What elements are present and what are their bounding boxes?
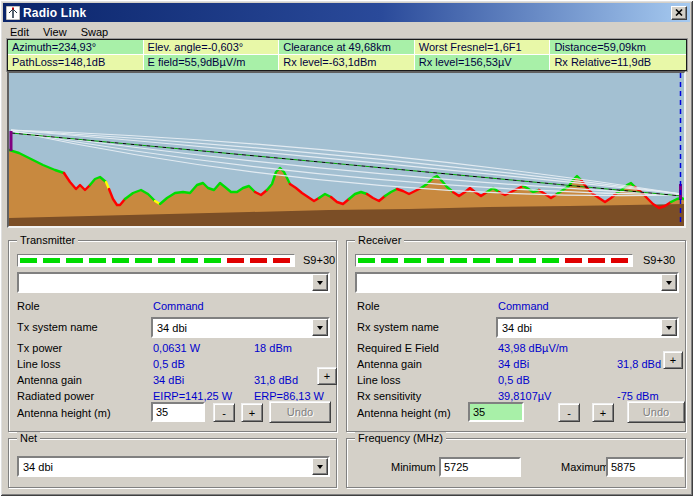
rx-undo-button[interactable]: Undo: [627, 401, 685, 423]
status-azimuth: Azimuth=234,93°: [8, 40, 144, 55]
tx-role-value: Command: [153, 300, 204, 312]
smeter-dash: [135, 258, 152, 263]
smeter-dash: [43, 258, 60, 263]
status-rx-relative: Rx Relative=11,9dB: [550, 55, 686, 70]
frequency-minimum-label: Minimum: [391, 461, 436, 473]
rx-line-loss-value: 0,5 dB: [498, 374, 530, 386]
status-elev-angle: Elev. angle=-0,603°: [144, 40, 280, 55]
tx-line-loss-value: 0,5 dB: [153, 358, 185, 370]
app-icon: [6, 6, 20, 20]
menu-bar: Edit View Swap: [3, 23, 690, 40]
title-bar: Radio Link: [3, 3, 690, 22]
smeter-dash: [565, 258, 582, 263]
rx-role-value: Command: [498, 300, 549, 312]
transmitter-group: Transmitter S9+30 Role Command Tx system…: [8, 240, 337, 432]
smeter-dash: [381, 258, 398, 263]
status-rx-level-dbm: Rx level=-63,1dBm: [279, 55, 415, 70]
tx-height-minus-button[interactable]: -: [213, 403, 235, 422]
close-button[interactable]: [671, 6, 687, 20]
chevron-down-icon: [317, 281, 323, 285]
transmitter-group-label: Transmitter: [17, 234, 78, 246]
tx-system-combo-value: 34 dbi: [157, 321, 187, 335]
smeter-dash: [519, 258, 536, 263]
smeter-dash: [66, 258, 83, 263]
status-clearance: Clearance at 49,68km: [279, 40, 415, 55]
tx-unit-combo[interactable]: [17, 272, 330, 293]
net-combo-dropdown-button[interactable]: [312, 458, 328, 475]
tx-system-combo-dropdown-button[interactable]: [312, 319, 328, 336]
rx-antenna-gain-plus-button[interactable]: +: [663, 351, 683, 369]
smeter-dash: [204, 258, 221, 263]
tx-eirp-value: EIRP=141,25 W: [153, 390, 232, 402]
tx-undo-button[interactable]: Undo: [269, 401, 331, 423]
tx-height-plus-button[interactable]: +: [241, 403, 263, 422]
receiver-group: Receiver S9+30 Role Command Rx system na…: [346, 240, 686, 432]
tx-system-combo[interactable]: 34 dbi: [151, 317, 330, 338]
tx-power-watts: 0,0631 W: [153, 342, 200, 354]
tx-line-loss-label: Line loss: [17, 358, 60, 370]
tx-system-name-label: Tx system name: [17, 321, 98, 333]
rx-required-e-field-label: Required E Field: [357, 342, 439, 354]
net-group-label: Net: [17, 432, 40, 444]
chevron-down-icon: [317, 465, 323, 469]
net-combo[interactable]: 34 dbi: [17, 456, 330, 477]
tx-antenna-gain-label: Antenna gain: [17, 374, 82, 386]
smeter-dash: [20, 258, 37, 263]
smeter-dash: [473, 258, 490, 263]
menu-swap[interactable]: Swap: [74, 25, 116, 39]
smeter-dash: [542, 258, 559, 263]
radio-link-window: Radio Link Edit View Swap Azimuth=234,93…: [0, 0, 693, 496]
tx-antenna-height-input[interactable]: [151, 402, 205, 422]
tx-role-label: Role: [17, 300, 40, 312]
frequency-maximum-input[interactable]: [606, 457, 684, 477]
tx-radiated-power-label: Radiated power: [17, 390, 94, 402]
net-group: Net 34 dbi: [8, 438, 337, 488]
rx-antenna-height-label: Antenna height (m): [357, 407, 451, 419]
frequency-maximum-label: Maximum: [561, 461, 609, 473]
smeter-dash: [404, 258, 421, 263]
rx-antenna-gain-dbi: 34 dBi: [498, 358, 529, 370]
tx-antenna-gain-plus-button[interactable]: +: [317, 367, 337, 385]
smeter-dash: [611, 258, 628, 263]
rx-unit-combo[interactable]: [355, 272, 679, 293]
rx-line-loss-label: Line loss: [357, 374, 400, 386]
receiver-group-label: Receiver: [355, 234, 404, 246]
chevron-down-icon: [317, 326, 323, 330]
rx-antenna-height-input[interactable]: [468, 402, 524, 422]
rx-sensitivity-uv: 39,8107µV: [498, 390, 551, 402]
status-distance: Distance=59,09km: [550, 40, 686, 55]
chevron-down-icon: [666, 326, 672, 330]
status-worst-fresnel: Worst Fresnel=1,6F1: [415, 40, 551, 55]
smeter-dash: [496, 258, 513, 263]
rx-system-combo-value: 34 dbi: [502, 321, 532, 335]
rx-antenna-gain-label: Antenna gain: [357, 358, 422, 370]
rx-system-name-label: Rx system name: [357, 321, 439, 333]
frequency-group: Frequency (MHz) Minimum Maximum: [346, 438, 686, 488]
rx-height-minus-button[interactable]: -: [558, 403, 580, 422]
smeter-dash: [158, 258, 175, 263]
terrain-profile-svg: [9, 73, 684, 226]
smeter-dash: [250, 258, 267, 263]
net-combo-value: 34 dbi: [23, 460, 53, 474]
tx-antenna-gain-dbd: 31,8 dBd: [254, 374, 298, 386]
tx-unit-combo-dropdown-button[interactable]: [312, 274, 328, 291]
frequency-minimum-input[interactable]: [439, 457, 521, 477]
menu-view[interactable]: View: [36, 25, 74, 39]
rx-sensitivity-label: Rx sensitivity: [357, 390, 421, 402]
status-rx-level-uv: Rx level=156,53µV: [415, 55, 551, 70]
rx-height-plus-button[interactable]: +: [592, 403, 614, 422]
close-icon: [675, 9, 683, 16]
rx-system-combo-dropdown-button[interactable]: [661, 319, 677, 336]
rx-antenna-gain-dbd: 31,8 dBd: [617, 358, 661, 370]
rx-unit-combo-dropdown-button[interactable]: [661, 274, 677, 291]
rx-system-combo[interactable]: 34 dbi: [496, 317, 679, 338]
status-pathloss: PathLoss=148,1dB: [8, 55, 144, 70]
menu-edit[interactable]: Edit: [3, 25, 36, 39]
profile-chart: [7, 71, 686, 228]
status-e-field: E field=55,9dBµV/m: [144, 55, 280, 70]
smeter-dash: [112, 258, 129, 263]
rx-required-e-field-value: 43,98 dBµV/m: [498, 342, 568, 354]
tx-power-dbm: 18 dBm: [254, 342, 292, 354]
link-status-table: Azimuth=234,93° Elev. angle=-0,603° Clea…: [7, 39, 687, 71]
frequency-group-label: Frequency (MHz): [355, 432, 446, 444]
